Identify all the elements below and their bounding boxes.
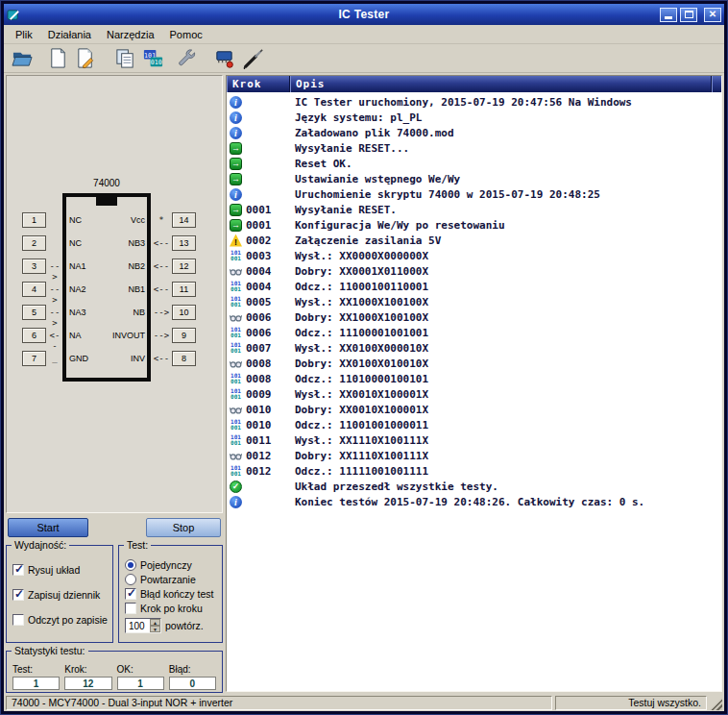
option-rysuj-uklad[interactable]: Rysuj układ xyxy=(12,564,109,576)
log-row[interactable]: →Wysyłanie RESET... xyxy=(227,140,721,156)
performance-options: Rysuj układZapisuj dziennikOdczyt po zap… xyxy=(11,564,109,626)
log-row[interactable]: iZaładowano plik 74000.mod xyxy=(227,125,721,140)
test-checkboxes: Błąd kończy testKrok po kroku xyxy=(123,588,218,614)
log-row[interactable]: →0001Konfiguracja We/Wy po resetowaniu xyxy=(227,217,721,233)
minimize-button[interactable] xyxy=(660,8,677,22)
log-row[interactable]: 0006Dobry: XX1000X100100X xyxy=(227,309,721,325)
log-message: Wysł.: XX1110X100111X xyxy=(290,434,721,447)
log-message: Odcz.: 11000100110001 xyxy=(290,281,721,293)
stat-value-field: 12 xyxy=(64,677,111,690)
pin-14-direction: * xyxy=(152,215,171,226)
option-powtarzanie[interactable]: Powtarzanie xyxy=(125,574,218,585)
log-row[interactable]: →0001Wysyłanie RESET. xyxy=(227,202,721,217)
stat-label: OK: xyxy=(117,664,164,675)
log-row[interactable]: 0008Dobry: XX0100X010010X xyxy=(227,356,721,371)
checkbox-odczyt-po-zapisie[interactable] xyxy=(12,614,24,626)
toolbar-diode-test-button[interactable] xyxy=(211,45,237,71)
log-row[interactable]: 0004Dobry: XX0001X011000X xyxy=(227,263,721,279)
toolbar-configure-button[interactable] xyxy=(174,45,200,71)
log-row[interactable]: iUruchomienie skryptu 74000 w 2015-07-19… xyxy=(227,186,721,202)
checkbox-zapisuj-dziennik[interactable] xyxy=(12,589,24,601)
toolbar-open-file-button[interactable] xyxy=(10,45,36,71)
toolbar-edit-script-button[interactable] xyxy=(73,45,99,71)
toolbar-new-file-button[interactable] xyxy=(45,45,71,71)
log-row[interactable]: iJęzyk systemu: pl_PL xyxy=(227,110,721,125)
log-row[interactable]: 1010010009Wysł.: XX0010X100001X xyxy=(227,386,721,402)
log-step-number: 0006 xyxy=(246,311,272,324)
log-row[interactable]: 1010010007Wysł.: XX0100X000010X xyxy=(227,340,721,356)
option-zapisuj-dziennik[interactable]: Zapisuj dziennik xyxy=(12,589,109,601)
menu-dzialania[interactable]: Działania xyxy=(40,27,99,42)
app-icon xyxy=(7,8,21,22)
statusbar: 74000 - MCY74000 - Dual 3-input NOR + in… xyxy=(4,694,724,711)
info-icon: i xyxy=(230,111,242,124)
spin-up-button[interactable]: ▲ xyxy=(150,619,160,626)
log-row[interactable]: 1010010012Odcz.: 11111001001111 xyxy=(227,463,721,479)
send-icon: → xyxy=(230,204,242,216)
pin-11-box: 11 xyxy=(172,282,196,297)
resize-grip-icon[interactable] xyxy=(710,698,722,710)
stat-blad: Błąd:0 xyxy=(169,664,216,690)
log-row[interactable]: 1010010003Wysł.: XX0000X000000X xyxy=(227,248,721,263)
read-icon xyxy=(230,450,242,462)
log-row[interactable]: →Reset OK. xyxy=(227,156,721,171)
checkbox-rysuj-uklad[interactable] xyxy=(12,564,24,576)
restore-icon xyxy=(685,11,693,18)
log-row[interactable]: 1010010006Odcz.: 11100001001001 xyxy=(227,325,721,340)
log-row[interactable]: 1010010005Wysł.: XX1000X100100X xyxy=(227,294,721,309)
pin-2-label: NC xyxy=(69,238,82,249)
log-row[interactable]: 0012Dobry: XX1110X100111X xyxy=(227,448,721,463)
log-row[interactable]: 1010010011Wysł.: XX1110X100111X xyxy=(227,432,721,448)
spin-buttons: ▲ ▼ xyxy=(150,619,160,632)
probe-icon xyxy=(243,47,265,69)
stop-button[interactable]: Stop xyxy=(146,518,221,537)
log-step-cell: 0008 xyxy=(227,358,290,370)
pin-4-direction: --> xyxy=(47,284,62,295)
radio-powtarzanie[interactable] xyxy=(125,574,136,585)
pin-6-direction: <-- xyxy=(47,331,62,341)
menu-plik[interactable]: Plik xyxy=(8,27,40,42)
toolbar-probe-button[interactable] xyxy=(241,45,267,71)
pin-3-box: 3 xyxy=(22,259,46,274)
toolbar-binary-view-button[interactable]: 101010 xyxy=(140,45,166,71)
log-row[interactable]: iIC Tester uruchomiony, 2015-07-19 20:47… xyxy=(227,94,721,110)
log-row[interactable]: →Ustawianie wstępnego We/Wy xyxy=(227,171,721,186)
close-button[interactable]: ✕ xyxy=(704,8,721,22)
log-row[interactable]: 1010010008Odcz.: 11010000100101 xyxy=(227,371,721,386)
log-header-end xyxy=(712,76,721,92)
test-group-title: Test: xyxy=(124,539,151,551)
toolbar-copy-button[interactable] xyxy=(112,45,138,71)
log-header-krok[interactable]: Krok xyxy=(227,76,290,92)
radio-pojedynczy[interactable] xyxy=(125,559,136,571)
titlebar[interactable]: IC Tester ✕ xyxy=(4,4,724,25)
option-odczyt-po-zapisie[interactable]: Odczyt po zapisie xyxy=(12,614,109,626)
log-row[interactable]: !0002Załączenie zasilania 5V xyxy=(227,233,721,248)
option-krok-po-kroku[interactable]: Krok po kroku xyxy=(125,603,218,614)
restore-button[interactable] xyxy=(680,8,697,22)
spin-down-button[interactable]: ▼ xyxy=(150,626,160,632)
checkbox-blad-konczy-test[interactable] xyxy=(125,588,136,600)
log-row[interactable]: 1010010004Odcz.: 11000100110001 xyxy=(227,279,721,294)
menu-narzedzia[interactable]: Narzędzia xyxy=(99,27,162,42)
menu-pomoc[interactable]: Pomoc xyxy=(162,27,210,42)
log-row[interactable]: 1010010010Odcz.: 11001001000011 xyxy=(227,417,721,432)
option-label: Błąd kończy test xyxy=(140,588,213,600)
log-row[interactable]: ✓Układ przeszedł wszystkie testy. xyxy=(227,479,721,494)
log-message: Dobry: XX0001X011000X xyxy=(290,265,721,278)
log-row[interactable]: 0010Dobry: XX0010X100001X xyxy=(227,402,721,417)
checkbox-krok-po-kroku[interactable] xyxy=(125,603,136,614)
repeat-count-spinbox[interactable]: 100 ▲ ▼ xyxy=(125,618,161,633)
log-header-opis[interactable]: Opis xyxy=(290,76,712,92)
log-step-number: 0004 xyxy=(246,281,272,293)
performance-group: Wydajność: Rysuj układZapisuj dziennikOd… xyxy=(6,545,113,643)
option-pojedynczy[interactable]: Pojedynczy xyxy=(125,559,218,571)
log-step-cell: i xyxy=(227,188,290,201)
log-row[interactable]: iKoniec testów 2015-07-19 20:48:26. Całk… xyxy=(227,494,721,509)
main-area: 74000 1NC2NC3-->NA14-->NA25-->NA36<--NA7… xyxy=(4,73,724,694)
send-icon: → xyxy=(230,219,242,232)
pin-5-direction: --> xyxy=(47,308,62,318)
option-blad-konczy-test[interactable]: Błąd kończy test xyxy=(125,588,218,600)
repeat-label: powtórz. xyxy=(165,620,204,631)
start-button[interactable]: Start xyxy=(8,518,88,537)
pin-9-label: INVOUT xyxy=(112,331,145,341)
